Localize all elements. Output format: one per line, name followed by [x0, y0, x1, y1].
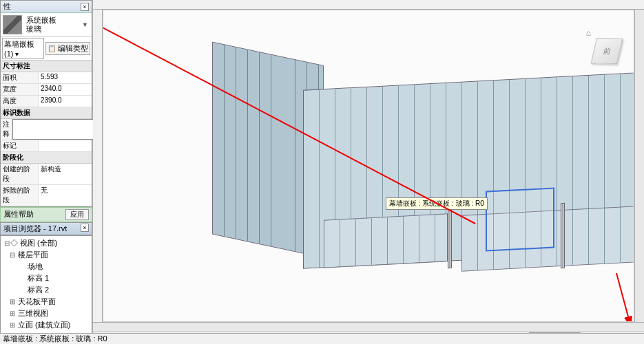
prop-row-area: 面积5.593 [1, 72, 92, 84]
left-sidebar: 性 × 系统嵌板 玻璃 ▼ 幕墙嵌板 (1) ▾ 📋 编辑类型 尺寸标注 面积5… [0, 0, 93, 344]
prop-row-height: 高度2390.0 [1, 96, 92, 107]
tree-item[interactable]: 标高 1 [2, 272, 90, 284]
prop-row-width: 宽度2340.0 [1, 84, 92, 96]
instance-selector[interactable]: 幕墙嵌板 (1) ▾ [2, 38, 44, 59]
type-name-l1: 系统嵌板 [26, 16, 81, 25]
curtain-wall-low-left[interactable] [324, 213, 448, 268]
properties-title-label: 性 [3, 1, 11, 12]
type-thumbnail-icon [3, 15, 22, 34]
prop-row-mark: 标记 [1, 140, 92, 152]
tree-item[interactable]: 场地 [2, 261, 90, 272]
prop-row-comment: 注释 [1, 119, 92, 140]
status-text: 幕墙嵌板 : 系统嵌板 : 玻璃 : R0 [3, 334, 107, 344]
home-icon[interactable]: ⌂ [586, 28, 591, 38]
phase-section-header: 阶段化 [1, 152, 92, 164]
ruler-top [93, 0, 644, 10]
ruler-left [93, 10, 103, 322]
tree-item[interactable]: 标高 2 [2, 284, 90, 296]
status-bar: 幕墙嵌板 : 系统嵌板 : 玻璃 : R0 [0, 333, 644, 344]
selected-panel[interactable] [486, 187, 554, 251]
type-name-l2: 玻璃 [26, 25, 81, 34]
help-label[interactable]: 属性帮助 [3, 209, 34, 220]
viewport-3d[interactable]: ⌂ 前 ◎ ✥ 🔍 ⟲ 幕墙嵌板 : 系统嵌板 : 玻璃 [103, 10, 634, 322]
apply-button[interactable]: 应用 [65, 209, 89, 220]
scrollbar-horizontal[interactable] [93, 322, 644, 332]
prop-row-demol: 拆除的阶段无 [1, 185, 92, 206]
building-model[interactable] [200, 52, 634, 286]
chevron-down-icon[interactable]: ▼ [81, 21, 90, 28]
type-name: 系统嵌板 玻璃 [26, 16, 81, 34]
main-area: ⌂ 前 ◎ ✥ 🔍 ⟲ 幕墙嵌板 : 系统嵌板 : 玻璃 [93, 0, 644, 344]
tree-item[interactable]: ⊞ 立面 (建筑立面) [2, 319, 90, 331]
close-icon[interactable]: × [81, 224, 89, 232]
mullion[interactable] [448, 206, 452, 268]
browser-title-label: 项目浏览器 - 17.rvt [3, 224, 67, 234]
tree-item[interactable]: ⊞ 三维视图 [2, 308, 90, 319]
close-icon[interactable]: × [81, 3, 89, 11]
properties-panel: 性 × 系统嵌板 玻璃 ▼ 幕墙嵌板 (1) ▾ 📋 编辑类型 尺寸标注 面积5… [0, 0, 92, 207]
id-section-header: 标识数据 [1, 107, 92, 119]
properties-help-bar: 属性帮助 应用 [0, 207, 92, 222]
prop-row-created: 创建的阶段新构造 [1, 164, 92, 185]
tree-item[interactable]: ⊞ 天花板平面 [2, 296, 90, 308]
scrollbar-vertical[interactable] [634, 10, 644, 322]
project-browser-tree[interactable]: ⊟◇ 视图 (全部) ⊟ 楼层平面 场地 标高 1 标高 2⊞ 天花板平面⊞ 三… [0, 235, 92, 344]
mullion[interactable] [561, 203, 565, 268]
tree-item[interactable]: ⊟ 楼层平面 [2, 249, 90, 261]
properties-panel-title: 性 × [1, 1, 92, 13]
hover-tooltip: 幕墙嵌板 : 系统嵌板 : 玻璃 : R0 [386, 197, 488, 210]
comment-input[interactable] [12, 119, 104, 140]
project-browser-title: 项目浏览器 - 17.rvt × [0, 222, 92, 235]
edit-type-button[interactable]: 📋 编辑类型 [45, 42, 90, 55]
tree-root[interactable]: ⊟◇ 视图 (全部) [2, 237, 90, 249]
dim-section-header: 尺寸标注 [1, 61, 92, 72]
type-selector[interactable]: 系统嵌板 玻璃 ▼ [1, 13, 92, 37]
